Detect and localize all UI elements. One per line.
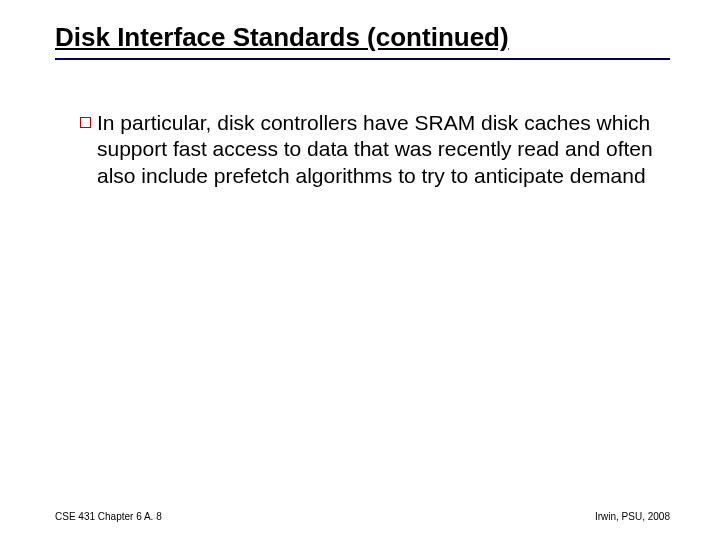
- footer-left: CSE 431 Chapter 6 A. 8: [55, 511, 162, 522]
- bullet-square-icon: [80, 117, 91, 128]
- slide: Disk Interface Standards (continued) In …: [0, 0, 720, 540]
- content-area: In particular, disk controllers have SRA…: [80, 110, 660, 189]
- bullet-item: In particular, disk controllers have SRA…: [80, 110, 660, 189]
- slide-title: Disk Interface Standards (continued): [55, 22, 680, 53]
- title-area: Disk Interface Standards (continued): [55, 22, 680, 53]
- title-underline: [55, 58, 670, 60]
- bullet-text: In particular, disk controllers have SRA…: [97, 110, 660, 189]
- footer-right: Irwin, PSU, 2008: [595, 511, 670, 522]
